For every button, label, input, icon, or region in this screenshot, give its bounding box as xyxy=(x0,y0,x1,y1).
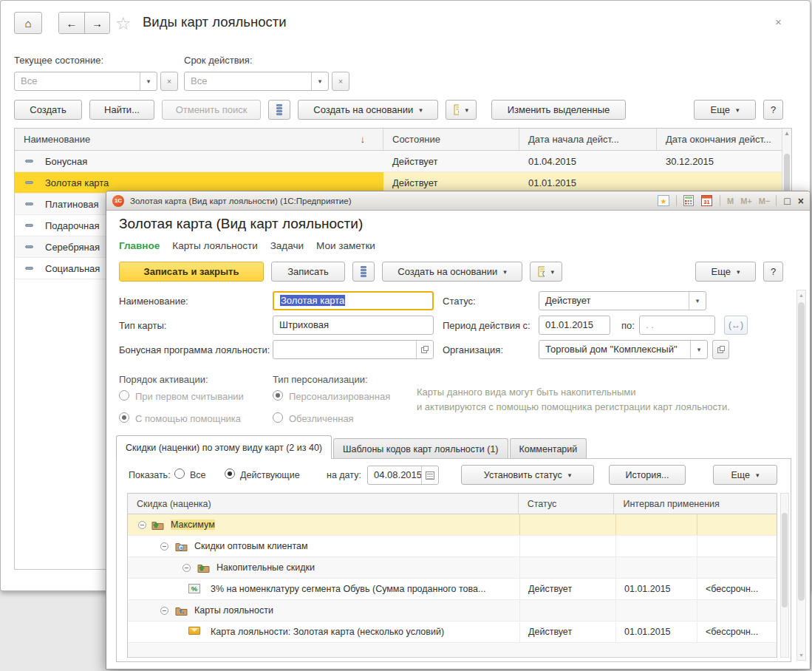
period-from-field[interactable]: 01.01.2015 xyxy=(539,316,610,335)
find-button[interactable]: Найти... xyxy=(89,100,154,120)
history-button[interactable]: История... xyxy=(609,465,686,485)
back-button[interactable]: ← xyxy=(59,13,84,33)
calendar-icon[interactable]: 31 xyxy=(700,195,714,207)
column-date-end[interactable]: Дата окончания дейст... xyxy=(657,129,784,150)
radio-personalized[interactable] xyxy=(273,390,283,401)
save-button[interactable]: Записать xyxy=(271,262,345,282)
close-icon[interactable]: × xyxy=(798,195,804,207)
scroll-down-icon[interactable]: ▼ xyxy=(797,653,805,658)
organization-combo[interactable]: Торговый дом "Комплексный" ▾ xyxy=(539,340,708,359)
maximize-icon[interactable]: □ xyxy=(784,195,790,207)
radio-assistant[interactable] xyxy=(119,412,129,423)
filter-term-combo[interactable]: Все ▾ xyxy=(184,72,329,91)
status-value: Действует xyxy=(539,292,689,310)
on-date-field[interactable]: 04.08.2015 xyxy=(367,466,439,485)
report-button[interactable] xyxy=(268,100,290,120)
collapse-icon[interactable] xyxy=(160,607,168,615)
tree-row[interactable]: Скидки оптовым клиентам xyxy=(128,536,777,557)
report-button[interactable] xyxy=(352,262,375,282)
on-date-label: на дату: xyxy=(327,470,361,480)
radio-show-active[interactable] xyxy=(225,469,235,479)
organization-open-button[interactable] xyxy=(712,340,729,359)
tree-scrollbar[interactable] xyxy=(780,493,789,658)
nav-tab-main[interactable]: Главное xyxy=(119,240,160,251)
chevron-down-icon[interactable]: ▾ xyxy=(689,292,706,310)
open-icon[interactable] xyxy=(416,341,433,358)
divider xyxy=(720,195,720,206)
dialog-scrollbar[interactable]: ▲ ▼ xyxy=(796,290,806,661)
activation-label: Порядок активации: xyxy=(119,374,208,385)
close-icon[interactable]: × xyxy=(775,16,782,28)
more-button[interactable]: Еще▾ xyxy=(694,100,756,120)
create-based-on-button[interactable]: Создать на основании▾ xyxy=(298,100,438,120)
chevron-down-icon[interactable]: ▾ xyxy=(311,72,328,90)
radio-anonymous[interactable] xyxy=(273,412,283,423)
period-range-button[interactable]: (↔) xyxy=(724,316,748,335)
memory-m-minus-button[interactable]: M− xyxy=(759,197,771,205)
dialog-titlebar[interactable]: 1С Золотая карта (Вид карт лояльности) (… xyxy=(106,191,810,211)
tree-row[interactable]: Карты лояльности xyxy=(128,600,777,621)
radio-first-read[interactable] xyxy=(119,390,129,401)
scrollbar-thumb[interactable] xyxy=(798,302,805,601)
favorites-icon[interactable]: ★ xyxy=(657,195,670,207)
status-combo[interactable]: Действует ▾ xyxy=(539,291,706,310)
column-state[interactable]: Состояние xyxy=(383,129,519,150)
filter-term-clear-button[interactable]: × xyxy=(332,72,349,91)
cancel-search-button[interactable]: Отменить поиск xyxy=(162,100,261,120)
nav-tab-loyalty-cards[interactable]: Карты лояльности xyxy=(172,240,257,251)
scrollbar-thumb[interactable] xyxy=(782,513,788,607)
period-to-field[interactable]: . . xyxy=(639,316,715,335)
panel-more-button[interactable]: Еще▾ xyxy=(713,465,777,485)
column-interval[interactable]: Интервал применения xyxy=(614,494,777,514)
tree-item-label: 3% на номенклатуру сегмента Обувь (Сумма… xyxy=(211,584,485,594)
tab-code-templates[interactable]: Шаблоны кодов карт лояльности (1) xyxy=(333,438,508,459)
tab-discounts[interactable]: Скидки (наценки) по этому виду карт (2 и… xyxy=(116,435,332,459)
forward-button[interactable]: → xyxy=(84,13,109,33)
tree-row[interactable]: % 3% на номенклатуру сегмента Обувь (Сум… xyxy=(128,579,777,600)
calendar-picker-icon[interactable] xyxy=(421,466,438,484)
calculator-icon[interactable] xyxy=(682,195,695,207)
nav-tab-notes[interactable]: Мои заметки xyxy=(316,240,375,251)
bonus-program-value xyxy=(273,341,416,358)
chevron-down-icon[interactable]: ▾ xyxy=(140,72,157,90)
tree-row-current[interactable]: Максимум xyxy=(128,514,777,536)
create-button[interactable]: Создать xyxy=(14,100,82,120)
nav-tab-tasks[interactable]: Задачи xyxy=(270,240,304,251)
table-row[interactable]: Бонусная Действует 01.04.2015 30.12.2015 xyxy=(15,151,791,172)
radio-personalized-label: Персонализированная xyxy=(289,391,390,402)
collapse-icon[interactable] xyxy=(160,542,168,551)
help-button[interactable]: ? xyxy=(763,100,783,120)
interval-end-value: <бессрочн... xyxy=(706,627,758,637)
home-button[interactable]: ⌂ xyxy=(14,12,42,34)
collapse-icon[interactable] xyxy=(182,564,191,572)
set-status-button[interactable]: Установить статус▾ xyxy=(461,465,594,485)
chevron-down-icon[interactable]: ▾ xyxy=(690,341,707,358)
more-button[interactable]: Еще▾ xyxy=(695,262,756,282)
help-button[interactable]: ? xyxy=(763,262,783,282)
radio-show-all[interactable] xyxy=(174,469,185,479)
filter-state-combo[interactable]: Все ▾ xyxy=(14,72,157,91)
tree-row[interactable]: Карта лояльности: Золотая карта (несколь… xyxy=(128,621,777,643)
set-period-button[interactable]: ▾ xyxy=(530,262,562,282)
scroll-up-icon[interactable]: ▲ xyxy=(797,293,805,298)
save-close-button[interactable]: Записать и закрыть xyxy=(119,262,264,282)
name-field[interactable]: Золотая карта xyxy=(273,291,434,310)
tree-row[interactable]: Накопительные скидки xyxy=(128,557,777,579)
favorite-star-icon[interactable]: ☆ xyxy=(115,13,132,34)
tab-comment[interactable]: Комментарий xyxy=(510,438,587,459)
scroll-up-icon[interactable]: ▲ xyxy=(782,130,791,137)
filter-state-clear-button[interactable]: × xyxy=(160,72,178,91)
svg-text:★: ★ xyxy=(661,197,667,205)
column-status[interactable]: Статус xyxy=(519,494,615,514)
column-name[interactable]: Наименование ↓ xyxy=(15,129,383,150)
bonus-program-field[interactable] xyxy=(273,340,434,359)
collapse-icon[interactable] xyxy=(138,521,146,529)
set-period-button[interactable]: ▾ xyxy=(446,100,477,120)
card-type-field[interactable]: Штриховая xyxy=(273,316,434,335)
column-date-start[interactable]: Дата начала дейст... xyxy=(519,129,657,150)
memory-m-plus-button[interactable]: M+ xyxy=(740,197,752,205)
edit-selected-button[interactable]: Изменить выделенные xyxy=(491,100,626,120)
column-discount[interactable]: Скидка (наценка) xyxy=(128,494,519,514)
create-based-on-button[interactable]: Создать на основании▾ xyxy=(382,262,522,282)
memory-m-button[interactable]: M xyxy=(727,197,734,205)
